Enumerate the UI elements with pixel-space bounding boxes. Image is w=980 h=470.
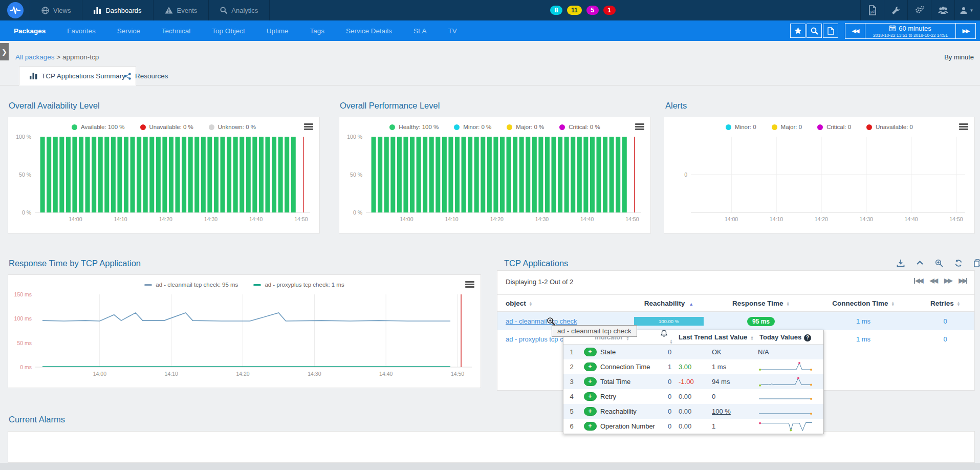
previous-page-button[interactable]: ◀◀: [930, 277, 937, 284]
indicator-name: Retry: [600, 393, 661, 400]
legend-item[interactable]: Major: 0: [772, 124, 802, 130]
app-logo[interactable]: [7, 2, 24, 18]
object-tooltip: ad - cleanmail tcp check: [552, 325, 637, 337]
svg-text:14:00: 14:00: [725, 216, 738, 222]
account-icon[interactable]: ▼: [954, 0, 978, 20]
caret-down-icon: ▼: [970, 8, 974, 13]
subnav-tab-service-details[interactable]: Service Details: [335, 20, 403, 41]
svg-text:100 %: 100 %: [347, 134, 362, 140]
legend-item[interactable]: Unavailable: 0 %: [140, 124, 193, 130]
add-indicator-button[interactable]: +: [584, 362, 597, 371]
sidebar-expand-handle[interactable]: ❯: [0, 43, 9, 60]
svg-text:14:00: 14:00: [400, 216, 413, 222]
row-number: 5: [563, 408, 580, 415]
indicator-row-total-time: 3+Total Time0-1.0094 ms: [563, 374, 823, 389]
status-badge[interactable]: 11: [567, 6, 582, 15]
object-link-cleanmail[interactable]: ad - cleanmail tcp check: [506, 317, 577, 325]
sort-icon[interactable]: ▲▼: [891, 301, 894, 306]
wrench-icon[interactable]: [884, 0, 907, 20]
zoom-icon[interactable]: [935, 259, 943, 267]
legend-item[interactable]: Unknown: 0 %: [209, 124, 256, 130]
subnav-tab-technical[interactable]: Technical: [151, 20, 201, 41]
column-header-connection-time[interactable]: Connection Time▲▼: [810, 300, 917, 307]
top-menu-events[interactable]: Events: [153, 0, 209, 20]
panel-toolbar: [897, 259, 980, 267]
subnav-tab-uptime[interactable]: Uptime: [256, 20, 299, 41]
status-badge[interactable]: 5: [586, 6, 599, 15]
gears-icon[interactable]: [907, 0, 931, 20]
legend-item[interactable]: Minor: 0: [726, 124, 756, 130]
chart-menu-icon[interactable]: [304, 123, 313, 131]
granularity-selector[interactable]: By minute: [944, 53, 974, 61]
export-pdf-button[interactable]: [823, 24, 838, 38]
popup-column-last-trend[interactable]: Last Trend: [679, 333, 714, 341]
add-indicator-button[interactable]: +: [584, 348, 597, 356]
legend-item[interactable]: ad - cleanmail tcp check: 95 ms: [144, 282, 238, 288]
alarm-count: 0: [661, 378, 679, 386]
column-header-object[interactable]: object▲▼: [497, 300, 625, 307]
favorite-star-button[interactable]: [790, 24, 805, 38]
refresh-icon[interactable]: [954, 259, 963, 267]
pdf-export-icon[interactable]: pdf: [860, 0, 884, 20]
time-forward-button[interactable]: ▶▶: [956, 24, 975, 38]
indicator-row-state: 1+State0OKN/A: [563, 345, 823, 359]
subnav-tab-sla[interactable]: SLA: [403, 20, 438, 41]
last-trend-value: 0.00: [679, 422, 712, 430]
legend-swatch: [389, 124, 395, 130]
copy-icon[interactable]: [974, 259, 980, 267]
subnav-tab-tags[interactable]: Tags: [299, 20, 335, 41]
sort-asc-icon: ▲: [689, 302, 693, 307]
download-icon[interactable]: [897, 259, 905, 267]
add-indicator-button[interactable]: +: [584, 392, 597, 401]
sort-icon[interactable]: ▲▼: [529, 301, 532, 306]
globe-icon: [41, 7, 49, 14]
next-page-button[interactable]: ▶▶: [944, 277, 951, 284]
time-range-selector[interactable]: 60 minutes 2018-10-22 13:51 to 2018-10-2…: [865, 24, 956, 38]
subnav-tab-service[interactable]: Service: [106, 20, 151, 41]
alarm-bell-column[interactable]: ▲▼: [661, 330, 679, 345]
users-icon[interactable]: [931, 0, 954, 20]
tab-resources[interactable]: Resources: [114, 67, 179, 86]
status-badge[interactable]: 8: [550, 6, 562, 15]
subnav-tab-favorites[interactable]: Favorites: [56, 20, 106, 41]
add-indicator-button[interactable]: +: [584, 422, 597, 431]
add-indicator-button[interactable]: +: [584, 377, 597, 386]
chart-menu-icon[interactable]: [465, 281, 474, 289]
status-badge[interactable]: 1: [603, 6, 616, 15]
chart-menu-icon[interactable]: [635, 123, 644, 131]
column-header-reachability[interactable]: Reachability▲: [625, 300, 712, 307]
column-header-retries[interactable]: Retries▲▼: [917, 300, 973, 307]
legend-item[interactable]: Available: 100 %: [72, 124, 124, 130]
last-page-button[interactable]: ▶▶: [959, 277, 967, 284]
sort-icon[interactable]: ▲▼: [787, 301, 790, 306]
sort-icon[interactable]: ▲▼: [957, 301, 960, 306]
legend-item[interactable]: Minor: 0 %: [454, 124, 491, 130]
breadcrumb-all-packages-link[interactable]: All packages: [15, 53, 55, 61]
legend-item[interactable]: ad - proxyplus tcp check: 1 ms: [253, 282, 344, 288]
top-menu-analytics[interactable]: Analytics: [208, 0, 270, 20]
first-page-button[interactable]: ◀◀: [914, 277, 922, 284]
top-menu-views[interactable]: Views: [30, 0, 82, 20]
legend-item[interactable]: Healthy: 100 %: [389, 124, 439, 130]
last-value: 1 ms: [712, 363, 758, 371]
collapse-icon[interactable]: [916, 259, 924, 267]
top-menu-dashboards[interactable]: Dashboards: [82, 0, 153, 20]
legend-item[interactable]: Unavailable: 0: [866, 124, 913, 130]
alerts-chart: 014:0014:1014:2014:3014:4014:50: [667, 133, 971, 226]
add-indicator-button[interactable]: +: [584, 407, 597, 416]
legend-item[interactable]: Critical: 0: [817, 124, 851, 130]
time-back-button[interactable]: ◀◀: [845, 24, 865, 38]
legend-item[interactable]: Major: 0 %: [507, 124, 544, 130]
legend-item[interactable]: Critical: 0 %: [559, 124, 600, 130]
search-button[interactable]: [807, 24, 822, 38]
subnav-tab-top-object[interactable]: Top Object: [201, 20, 256, 41]
svg-text:14:20: 14:20: [490, 216, 504, 222]
subnav-tab-tv[interactable]: TV: [438, 20, 468, 41]
subnav-tab-packages[interactable]: Packages: [3, 20, 56, 41]
popup-column-last-value[interactable]: Last Value▲▼: [714, 333, 759, 341]
column-header-response-time[interactable]: Response Time▲▼: [712, 300, 810, 307]
svg-text:50 ms: 50 ms: [17, 340, 32, 346]
help-icon[interactable]: ?: [804, 334, 811, 341]
chart-menu-icon[interactable]: [959, 123, 968, 131]
svg-text:14:20: 14:20: [815, 216, 828, 222]
